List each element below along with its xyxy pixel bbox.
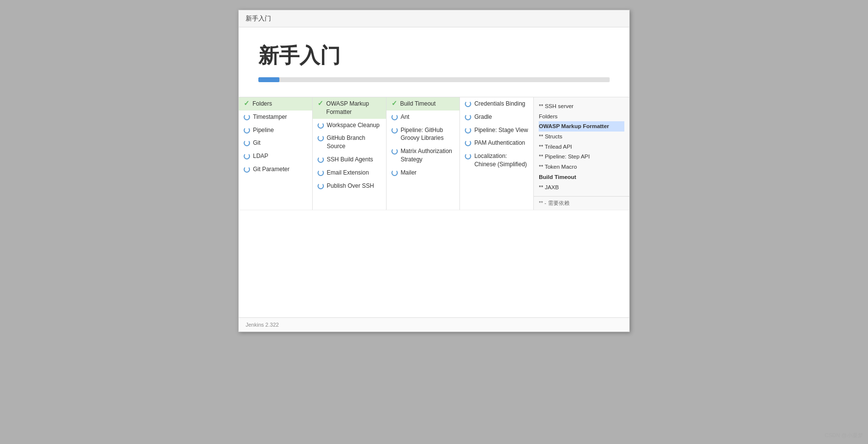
plugin-name-github-branch-source: GitHub Branch Source [327,134,381,151]
plugin-sidebar: ** SSH serverFoldersOWASP Markup Formatt… [534,97,629,210]
plugin-item-folders[interactable]: ✓Folders [239,97,312,111]
window-title: 新手入门 [246,15,271,22]
plugin-name-mailer: Mailer [401,169,417,177]
page-content: 新手入门 ✓FoldersTimestamperPipelineGitLDAPG… [239,27,629,332]
plugin-name-email-extension: Email Extension [327,169,369,177]
refresh-icon [244,153,250,159]
refresh-icon [465,153,471,159]
plugin-name-ssh-build-agents: SSH Build Agents [327,155,373,164]
plugin-column-4: Credentials BindingGradlePipeline: Stage… [460,97,534,210]
refresh-icon [391,127,398,133]
plugin-item-workspace-cleanup[interactable]: Workspace Cleanup [313,119,386,132]
check-icon: ✓ [391,99,397,107]
sidebar-line: ** Structs [539,132,624,142]
plugin-item-ant[interactable]: Ant [387,111,460,124]
main-window: 新手入门 新手入门 ✓FoldersTimestamperPipelineGit… [238,10,630,332]
footer-bar: Jenkins 2.322 [239,317,629,332]
plugin-item-git[interactable]: Git [239,136,312,150]
check-icon: ✓ [318,99,323,107]
plugin-item-timestamper[interactable]: Timestamper [239,111,312,124]
sidebar-depends-area: ** - 需要依赖 [534,196,629,210]
refresh-icon [318,135,324,141]
plugin-item-mailer[interactable]: Mailer [387,166,460,179]
plugin-name-gradle: Gradle [474,113,492,121]
plugin-item-gradle[interactable]: Gradle [460,111,533,124]
sidebar-line: OWASP Markup Formatter [539,121,624,132]
refresh-icon [465,114,471,120]
plugin-item-pipeline[interactable]: Pipeline [239,124,312,137]
plugin-name-matrix-authorization: Matrix Authorization Strategy [401,147,455,164]
refresh-icon [318,122,324,129]
refresh-icon [318,183,324,189]
plugin-item-email-extension[interactable]: Email Extension [313,166,386,179]
refresh-icon [318,170,324,176]
refresh-icon [391,114,398,120]
plugin-name-owasp-markup-formatter: OWASP Markup Formatter [326,100,381,116]
plugin-item-pipeline-groovy[interactable]: Pipeline: GitHub Groovy Libraries [387,124,460,145]
check-icon: ✓ [244,99,250,107]
plugin-item-credentials-binding[interactable]: Credentials Binding [460,97,533,111]
version-label: Jenkins 2.322 [246,322,279,328]
refresh-icon [318,156,324,163]
plugin-name-workspace-cleanup: Workspace Cleanup [327,121,380,130]
plugin-name-build-timeout: Build Timeout [400,100,436,108]
plugin-item-ssh-build-agents[interactable]: SSH Build Agents [313,153,386,166]
sidebar-text-area: ** SSH serverFoldersOWASP Markup Formatt… [534,97,629,196]
sidebar-line: ** SSH server [539,101,624,111]
sidebar-line: ** Token Macro [539,162,624,172]
refresh-icon [465,140,471,146]
window-titlebar: 新手入门 [239,10,629,27]
plugin-column-2: ✓OWASP Markup FormatterWorkspace Cleanup… [313,97,387,210]
plugin-name-timestamper: Timestamper [253,113,287,121]
progress-bar-fill [258,77,279,82]
plugin-item-github-branch-source[interactable]: GitHub Branch Source [313,132,386,153]
plugin-name-ldap: LDAP [253,152,268,160]
plugin-name-folders: Folders [252,100,272,108]
plugin-item-publish-over-ssh[interactable]: Publish Over SSH [313,179,386,193]
watermark: CSDN @小凝梦 [825,432,863,439]
sidebar-line: ** Pipeline: Step API [539,152,624,162]
plugin-name-git: Git [253,139,260,147]
plugin-item-ldap[interactable]: LDAP [239,150,312,163]
plugin-name-pipeline-stage-view: Pipeline: Stage View [474,126,528,134]
plugin-item-localization-chinese[interactable]: Localization: Chinese (Simplified) [460,150,533,171]
plugin-name-pam-authentication: PAM Authentication [474,139,525,147]
refresh-icon [465,101,471,107]
sidebar-line: ** JAXB [539,182,624,193]
empty-area [239,210,629,317]
plugin-name-credentials-binding: Credentials Binding [474,100,525,108]
refresh-icon [391,170,398,176]
plugins-grid: ✓FoldersTimestamperPipelineGitLDAPGit Pa… [239,97,629,210]
plugin-name-publish-over-ssh: Publish Over SSH [327,182,374,190]
plugin-item-owasp-markup-formatter[interactable]: ✓OWASP Markup Formatter [313,97,386,119]
sidebar-line: Build Timeout [539,172,624,182]
plugin-item-matrix-authorization[interactable]: Matrix Authorization Strategy [387,145,460,166]
depends-label: ** - 需要依赖 [539,200,569,206]
hero-title: 新手入门 [258,42,610,69]
sidebar-line: ** Trilead API [539,142,624,152]
refresh-icon [244,127,250,133]
progress-bar-container [258,77,610,82]
plugin-name-git-parameter: Git Parameter [253,165,290,174]
sidebar-line: Folders [539,111,624,122]
plugin-column-1: ✓FoldersTimestamperPipelineGitLDAPGit Pa… [239,97,313,210]
plugin-item-git-parameter[interactable]: Git Parameter [239,163,312,176]
plugin-name-pipeline: Pipeline [253,126,274,134]
plugin-column-3: ✓Build TimeoutAntPipeline: GitHub Groovy… [387,97,460,210]
refresh-icon [244,114,250,120]
plugin-name-ant: Ant [401,113,410,121]
hero-section: 新手入门 [239,27,629,97]
plugin-name-localization-chinese: Localization: Chinese (Simplified) [474,152,528,169]
plugin-item-pipeline-stage-view[interactable]: Pipeline: Stage View [460,124,533,137]
refresh-icon [391,148,398,155]
refresh-icon [244,166,250,173]
refresh-icon [244,140,250,146]
plugin-item-build-timeout[interactable]: ✓Build Timeout [387,97,460,111]
plugin-name-pipeline-groovy: Pipeline: GitHub Groovy Libraries [401,126,455,143]
refresh-icon [465,127,471,133]
plugin-item-pam-authentication[interactable]: PAM Authentication [460,136,533,150]
